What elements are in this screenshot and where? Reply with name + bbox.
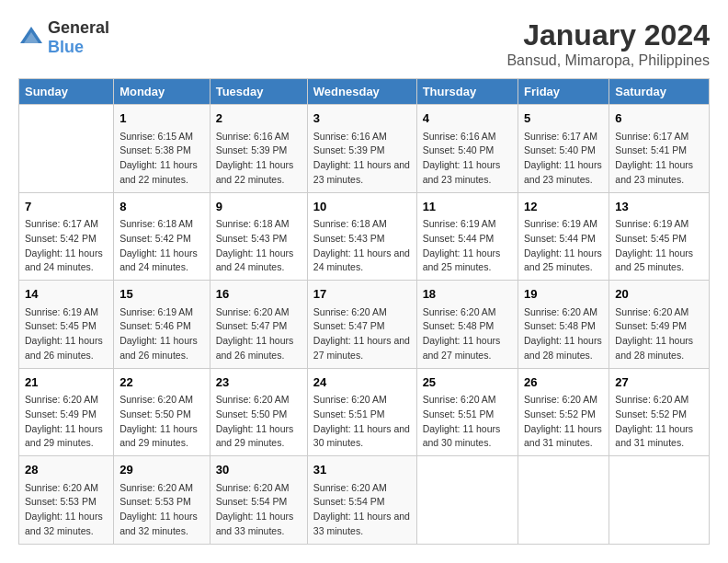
header-day: Sunday [19,79,114,105]
calendar-cell: 27Sunrise: 6:20 AMSunset: 5:52 PMDayligh… [609,368,710,456]
calendar-cell: 16Sunrise: 6:20 AMSunset: 5:47 PMDayligh… [210,281,307,369]
header-day: Monday [114,79,210,105]
day-number: 29 [119,461,204,479]
calendar-week-row: 7Sunrise: 6:17 AMSunset: 5:42 PMDaylight… [19,192,710,281]
calendar-cell: 3Sunrise: 6:16 AMSunset: 5:39 PMDaylight… [307,105,416,193]
cell-content: Sunrise: 6:18 AMSunset: 5:42 PMDaylight:… [119,217,204,275]
day-number: 31 [313,461,411,479]
cell-content: Sunrise: 6:20 AMSunset: 5:47 PMDaylight:… [313,305,411,363]
cell-content: Sunrise: 6:19 AMSunset: 5:46 PMDaylight:… [119,305,204,363]
calendar-week-row: 14Sunrise: 6:19 AMSunset: 5:45 PMDayligh… [19,281,710,369]
cell-content: Sunrise: 6:19 AMSunset: 5:44 PMDaylight:… [524,217,603,275]
calendar-cell: 8Sunrise: 6:18 AMSunset: 5:42 PMDaylight… [114,192,210,281]
cell-content: Sunrise: 6:20 AMSunset: 5:52 PMDaylight:… [524,393,603,451]
calendar-cell: 30Sunrise: 6:20 AMSunset: 5:54 PMDayligh… [210,456,307,545]
cell-content: Sunrise: 6:20 AMSunset: 5:50 PMDaylight:… [119,393,204,451]
cell-content: Sunrise: 6:20 AMSunset: 5:48 PMDaylight:… [524,305,603,363]
main-title: January 2024 [506,18,710,52]
calendar-cell: 20Sunrise: 6:20 AMSunset: 5:49 PMDayligh… [609,281,710,369]
day-number: 3 [313,109,411,128]
cell-content: Sunrise: 6:19 AMSunset: 5:44 PMDaylight:… [423,217,512,275]
cell-content: Sunrise: 6:20 AMSunset: 5:54 PMDaylight:… [216,481,301,539]
day-number: 5 [524,109,603,128]
calendar-cell: 13Sunrise: 6:19 AMSunset: 5:45 PMDayligh… [609,192,710,281]
cell-content: Sunrise: 6:20 AMSunset: 5:49 PMDaylight:… [25,393,108,451]
logo-general: General [48,18,109,37]
cell-content: Sunrise: 6:20 AMSunset: 5:50 PMDaylight:… [216,393,301,451]
cell-content: Sunrise: 6:19 AMSunset: 5:45 PMDaylight:… [615,217,703,275]
cell-content: Sunrise: 6:20 AMSunset: 5:49 PMDaylight:… [615,305,703,363]
day-number: 18 [423,285,512,304]
cell-content: Sunrise: 6:20 AMSunset: 5:54 PMDaylight:… [313,481,411,539]
day-number: 28 [25,461,108,479]
header-row: SundayMondayTuesdayWednesdayThursdayFrid… [19,79,710,105]
header-day: Tuesday [210,79,307,105]
calendar-cell: 7Sunrise: 6:17 AMSunset: 5:42 PMDaylight… [19,192,114,281]
calendar-cell: 12Sunrise: 6:19 AMSunset: 5:44 PMDayligh… [518,192,609,281]
day-number: 1 [119,109,204,128]
calendar-cell: 2Sunrise: 6:16 AMSunset: 5:39 PMDaylight… [210,105,307,193]
calendar-cell: 17Sunrise: 6:20 AMSunset: 5:47 PMDayligh… [307,281,416,369]
cell-content: Sunrise: 6:19 AMSunset: 5:45 PMDaylight:… [25,305,108,363]
day-number: 22 [119,373,204,392]
calendar-cell: 28Sunrise: 6:20 AMSunset: 5:53 PMDayligh… [19,456,114,545]
day-number: 23 [216,373,301,392]
calendar-week-row: 28Sunrise: 6:20 AMSunset: 5:53 PMDayligh… [19,456,710,545]
cell-content: Sunrise: 6:20 AMSunset: 5:51 PMDaylight:… [313,393,411,451]
calendar-cell: 1Sunrise: 6:15 AMSunset: 5:38 PMDaylight… [114,105,210,193]
logo-icon [18,25,44,51]
calendar-cell [609,456,710,545]
calendar-cell: 31Sunrise: 6:20 AMSunset: 5:54 PMDayligh… [307,456,416,545]
page-header: General Blue January 2024 Bansud, Mimaro… [18,18,710,69]
cell-content: Sunrise: 6:16 AMSunset: 5:39 PMDaylight:… [216,130,301,188]
calendar-cell [518,456,609,545]
calendar-cell: 24Sunrise: 6:20 AMSunset: 5:51 PMDayligh… [307,368,416,456]
calendar-cell: 19Sunrise: 6:20 AMSunset: 5:48 PMDayligh… [518,281,609,369]
day-number: 16 [216,285,301,304]
day-number: 20 [615,285,703,304]
day-number: 13 [615,198,703,216]
calendar-cell: 22Sunrise: 6:20 AMSunset: 5:50 PMDayligh… [114,368,210,456]
calendar-cell: 21Sunrise: 6:20 AMSunset: 5:49 PMDayligh… [19,368,114,456]
cell-content: Sunrise: 6:17 AMSunset: 5:40 PMDaylight:… [524,130,603,188]
day-number: 27 [615,373,703,392]
calendar-cell: 9Sunrise: 6:18 AMSunset: 5:43 PMDaylight… [210,192,307,281]
header-day: Saturday [609,79,710,105]
day-number: 14 [25,285,108,304]
calendar-cell: 10Sunrise: 6:18 AMSunset: 5:43 PMDayligh… [307,192,416,281]
header-day: Wednesday [307,79,416,105]
day-number: 25 [423,373,512,392]
calendar-cell: 11Sunrise: 6:19 AMSunset: 5:44 PMDayligh… [416,192,518,281]
day-number: 4 [423,109,512,128]
day-number: 30 [216,461,301,479]
calendar-week-row: 21Sunrise: 6:20 AMSunset: 5:49 PMDayligh… [19,368,710,456]
cell-content: Sunrise: 6:15 AMSunset: 5:38 PMDaylight:… [119,130,204,188]
calendar-cell: 29Sunrise: 6:20 AMSunset: 5:53 PMDayligh… [114,456,210,545]
title-block: January 2024 Bansud, Mimaropa, Philippin… [506,18,710,69]
day-number: 21 [25,373,108,392]
calendar-cell: 4Sunrise: 6:16 AMSunset: 5:40 PMDaylight… [416,105,518,193]
cell-content: Sunrise: 6:17 AMSunset: 5:42 PMDaylight:… [25,217,108,275]
calendar-cell: 25Sunrise: 6:20 AMSunset: 5:51 PMDayligh… [416,368,518,456]
cell-content: Sunrise: 6:17 AMSunset: 5:41 PMDaylight:… [615,130,703,188]
header-day: Friday [518,79,609,105]
calendar-week-row: 1Sunrise: 6:15 AMSunset: 5:38 PMDaylight… [19,105,710,193]
calendar-cell: 26Sunrise: 6:20 AMSunset: 5:52 PMDayligh… [518,368,609,456]
cell-content: Sunrise: 6:18 AMSunset: 5:43 PMDaylight:… [216,217,301,275]
calendar-cell: 23Sunrise: 6:20 AMSunset: 5:50 PMDayligh… [210,368,307,456]
calendar-table: SundayMondayTuesdayWednesdayThursdayFrid… [18,78,710,545]
calendar-cell: 15Sunrise: 6:19 AMSunset: 5:46 PMDayligh… [114,281,210,369]
calendar-cell: 5Sunrise: 6:17 AMSunset: 5:40 PMDaylight… [518,105,609,193]
day-number: 7 [25,198,108,216]
cell-content: Sunrise: 6:16 AMSunset: 5:39 PMDaylight:… [313,130,411,188]
day-number: 26 [524,373,603,392]
cell-content: Sunrise: 6:18 AMSunset: 5:43 PMDaylight:… [313,217,411,275]
day-number: 17 [313,285,411,304]
day-number: 12 [524,198,603,216]
calendar-cell: 18Sunrise: 6:20 AMSunset: 5:48 PMDayligh… [416,281,518,369]
subtitle: Bansud, Mimaropa, Philippines [506,52,710,69]
day-number: 15 [119,285,204,304]
day-number: 19 [524,285,603,304]
day-number: 24 [313,373,411,392]
calendar-cell: 14Sunrise: 6:19 AMSunset: 5:45 PMDayligh… [19,281,114,369]
